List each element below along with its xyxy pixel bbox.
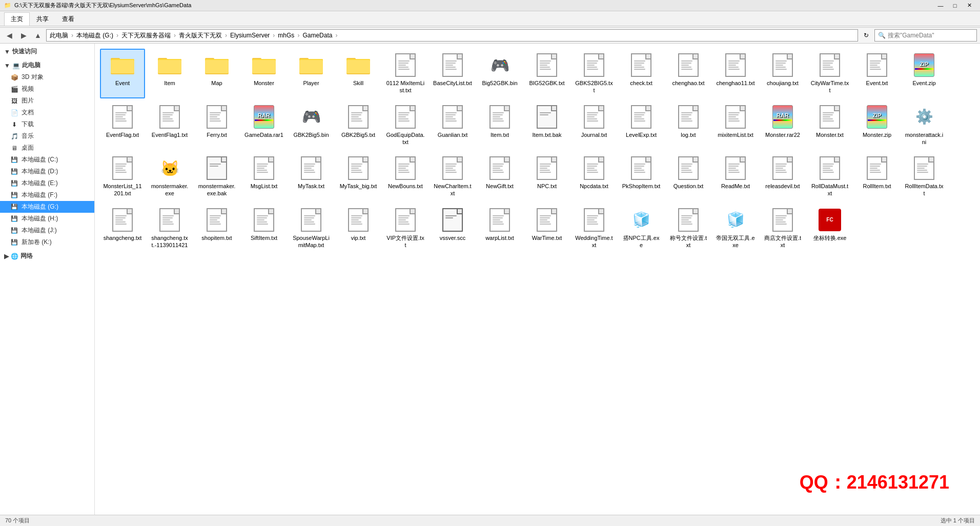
- file-item[interactable]: Player: [289, 49, 334, 98]
- search-box[interactable]: 🔍: [874, 29, 977, 42]
- tab-view[interactable]: 查看: [55, 12, 81, 26]
- file-item[interactable]: Item: [147, 49, 192, 98]
- file-item[interactable]: Journal.txt: [571, 100, 617, 150]
- file-item[interactable]: RAR GameData.rar1: [241, 100, 287, 150]
- file-item[interactable]: RAR Monster.rar22: [760, 100, 805, 150]
- sidebar-quickaccess-header[interactable]: ▼ 快速访问: [0, 46, 94, 57]
- file-item[interactable]: NewCharItem.txt: [430, 152, 475, 201]
- file-item[interactable]: log.txt: [666, 100, 711, 150]
- file-item[interactable]: 🎮Big52GBK.bin: [477, 49, 522, 98]
- file-item[interactable]: ZIP Event.zip: [902, 49, 947, 98]
- file-item[interactable]: GodEquipData.txt: [383, 100, 428, 150]
- maximize-button[interactable]: □: [948, 1, 962, 10]
- file-item[interactable]: BIG52GBK.txt: [524, 49, 569, 98]
- file-item[interactable]: RollItemData.txt: [902, 152, 947, 201]
- file-item[interactable]: MyTask_big.txt: [336, 152, 381, 201]
- file-item[interactable]: shangcheng.txt: [100, 204, 145, 253]
- file-item[interactable]: GBKS2BIG5.txt: [571, 49, 617, 98]
- file-item[interactable]: Map: [194, 49, 239, 98]
- sidebar-item-downloads[interactable]: ⬇ 下载: [0, 118, 94, 130]
- forward-button[interactable]: ▶: [17, 29, 30, 42]
- file-item[interactable]: Skill: [336, 49, 381, 98]
- file-item[interactable]: releasdevil.txt: [760, 152, 805, 201]
- file-item[interactable]: ⚙️monsterattack.ini: [902, 100, 947, 150]
- file-item[interactable]: Npcdata.txt: [571, 152, 617, 201]
- file-item[interactable]: MsgList.txt: [241, 152, 287, 201]
- file-item[interactable]: Item.txt: [477, 100, 522, 150]
- search-input[interactable]: [888, 32, 973, 39]
- file-item[interactable]: ZIP Monster.zip: [854, 100, 900, 150]
- up-button[interactable]: ▲: [32, 29, 44, 42]
- sidebar-item-drive-f[interactable]: 💾 本地磁盘 (F:): [0, 189, 94, 201]
- file-item[interactable]: NewGift.txt: [477, 152, 522, 201]
- refresh-button[interactable]: ↻: [860, 29, 872, 42]
- file-item[interactable]: 0112 MixItemList.txt: [383, 49, 428, 98]
- file-item[interactable]: LevelExp.txt: [619, 100, 664, 150]
- sidebar-item-drive-c[interactable]: 💾 本地磁盘 (C:): [0, 154, 94, 166]
- file-item[interactable]: Event.txt: [854, 49, 900, 98]
- file-item[interactable]: choujiang.txt: [760, 49, 805, 98]
- sidebar-item-desktop[interactable]: 🖥 桌面: [0, 142, 94, 154]
- file-item[interactable]: Item.txt.bak: [524, 100, 569, 150]
- file-item[interactable]: Event: [100, 49, 145, 98]
- file-item[interactable]: 商店文件设置.txt: [760, 204, 805, 253]
- file-item[interactable]: chenghao11.txt: [713, 49, 758, 98]
- file-item[interactable]: RollItem.txt: [854, 152, 900, 201]
- sidebar-item-drive-k[interactable]: 💾 新加卷 (K:): [0, 236, 94, 248]
- sidebar-item-drive-j[interactable]: 💾 本地磁盘 (J:): [0, 225, 94, 236]
- sidebar-item-drive-g[interactable]: 💾 本地磁盘 (G:): [0, 201, 94, 213]
- sidebar-item-drive-e[interactable]: 💾 本地磁盘 (E:): [0, 177, 94, 189]
- file-item[interactable]: BaseCityList.txt: [430, 49, 475, 98]
- file-item[interactable]: 🧊帝国无双工具.exe: [713, 204, 758, 253]
- file-item[interactable]: FC坐标转换.exe: [807, 204, 852, 253]
- file-item[interactable]: 🧊搭NPC工具.exe: [619, 204, 664, 253]
- file-item[interactable]: ReadMe.txt: [713, 152, 758, 201]
- file-item[interactable]: vip.txt: [336, 204, 381, 253]
- file-item[interactable]: CityWarTime.txt: [807, 49, 852, 98]
- sidebar-thispc-header[interactable]: ▼ 💻 此电脑: [0, 59, 94, 71]
- file-item[interactable]: MonsterList_11201.txt: [100, 152, 145, 201]
- address-path[interactable]: 此电脑 › 本地磁盘 (G:) › 天下无双服务器端 › 青火版天下无双 › E…: [46, 29, 858, 42]
- sidebar-item-videos[interactable]: 🎬 视频: [0, 83, 94, 95]
- file-item[interactable]: check.txt: [619, 49, 664, 98]
- file-item[interactable]: RollDataMust.txt: [807, 152, 852, 201]
- file-item[interactable]: EventFlag.txt: [100, 100, 145, 150]
- sidebar-item-3dobjects[interactable]: 📦 3D 对象: [0, 71, 94, 83]
- file-item[interactable]: Ferry.txt: [194, 100, 239, 150]
- file-item[interactable]: EventFlag1.txt: [147, 100, 192, 150]
- file-item[interactable]: NewBouns.txt: [383, 152, 428, 201]
- sidebar-network-header[interactable]: ▶ 🌐 网络: [0, 250, 94, 262]
- back-button[interactable]: ◀: [3, 29, 15, 42]
- file-item[interactable]: WeddingTime.txt: [571, 204, 617, 253]
- file-item[interactable]: monstermaker.exe.bak: [194, 152, 239, 201]
- file-item[interactable]: SiftItem.txt: [241, 204, 287, 253]
- file-item[interactable]: shopitem.txt: [194, 204, 239, 253]
- file-item[interactable]: Monster.txt: [807, 100, 852, 150]
- file-item[interactable]: 🎮GBK2Big5.bin: [289, 100, 334, 150]
- file-item[interactable]: VIP文件设置.txt: [383, 204, 428, 253]
- file-item[interactable]: chenghao.txt: [666, 49, 711, 98]
- file-item[interactable]: Question.txt: [666, 152, 711, 201]
- file-item[interactable]: 称号文件设置.txt: [666, 204, 711, 253]
- content-area[interactable]: Event Item Map Monster Player Skill 0112…: [95, 44, 980, 515]
- file-item[interactable]: mixitemList.txt: [713, 100, 758, 150]
- file-item[interactable]: SpouseWarpLimitMap.txt: [289, 204, 334, 253]
- file-item[interactable]: shangcheng.txt.-1139011421: [147, 204, 192, 253]
- sidebar-item-pictures[interactable]: 🖼 图片: [0, 95, 94, 107]
- tab-share[interactable]: 共享: [30, 12, 55, 26]
- file-item[interactable]: warpList.txt: [477, 204, 522, 253]
- sidebar-item-music[interactable]: 🎵 音乐: [0, 130, 94, 142]
- file-item[interactable]: Monster: [241, 49, 287, 98]
- file-item[interactable]: PkShopItem.txt: [619, 152, 664, 201]
- file-item[interactable]: NPC.txt: [524, 152, 569, 201]
- close-button[interactable]: ✕: [963, 1, 976, 10]
- minimize-button[interactable]: —: [934, 1, 947, 10]
- tab-home[interactable]: 主页: [4, 12, 30, 26]
- file-item[interactable]: WarTime.txt: [524, 204, 569, 253]
- sidebar-item-documents[interactable]: 📄 文档: [0, 107, 94, 118]
- file-item[interactable]: GBK2Big5.txt: [336, 100, 381, 150]
- file-item[interactable]: MyTask.txt: [289, 152, 334, 201]
- file-item[interactable]: vssver.scc: [430, 204, 475, 253]
- file-item[interactable]: 🐱monstermaker.exe: [147, 152, 192, 201]
- file-item[interactable]: Guanlian.txt: [430, 100, 475, 150]
